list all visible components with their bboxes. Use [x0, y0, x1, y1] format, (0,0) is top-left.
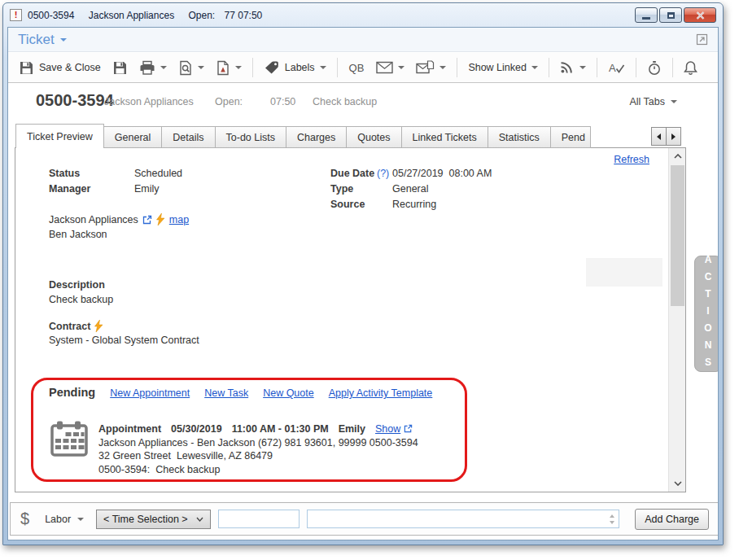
- spinner-down-icon: [610, 521, 614, 524]
- ticket-menu[interactable]: Ticket: [18, 32, 55, 48]
- toolbar-separator: [252, 58, 253, 77]
- toolbar: Save & Close Labels: [8, 53, 718, 83]
- tab-charges[interactable]: Charges: [286, 126, 347, 148]
- description-value: Check backup: [49, 294, 113, 305]
- minimize-icon: [642, 17, 650, 20]
- account-name: Jackson Appliances: [49, 214, 138, 225]
- svg-text:A: A: [609, 62, 616, 74]
- window-title-account: Jackson Appliances: [89, 10, 174, 21]
- pending-section-header: Pending New Appointment New Task New Quo…: [49, 386, 432, 399]
- chevron-down-icon: [531, 66, 538, 69]
- popout-icon[interactable]: [696, 33, 708, 46]
- appointment-line2: Jackson Appliances - Ben Jackson (672) 9…: [98, 436, 418, 450]
- contract-line: Contract: [49, 320, 103, 332]
- tab-details[interactable]: Details: [161, 126, 215, 148]
- actions-label: ACTIONS: [702, 254, 714, 374]
- chevron-down-icon: [235, 66, 242, 69]
- show-linked-button[interactable]: Show Linked: [466, 59, 540, 76]
- print-preview-button[interactable]: [176, 58, 207, 78]
- labels-label: Labels: [285, 62, 315, 73]
- toolbar-separator: [597, 58, 597, 77]
- appointment-kind: Appointment: [98, 423, 161, 435]
- contract-label: Contract: [49, 321, 90, 332]
- window-controls: [635, 7, 716, 23]
- appointment-line1: Appointment05/30/201911:00 AM - 01:30 PM…: [98, 422, 418, 436]
- map-link[interactable]: map: [169, 214, 189, 225]
- rss-feed-button[interactable]: [558, 59, 588, 77]
- apply-activity-template-link[interactable]: Apply Activity Template: [329, 387, 433, 399]
- bell-icon: [684, 60, 697, 76]
- new-quote-link[interactable]: New Quote: [263, 387, 314, 399]
- chevron-down-icon[interactable]: [60, 38, 67, 42]
- time-selection-select[interactable]: < Time Selection >: [96, 510, 211, 529]
- new-task-link[interactable]: New Task: [204, 387, 248, 399]
- actions-side-tab[interactable]: ACTIONS: [694, 256, 719, 372]
- email-template-button[interactable]: [413, 58, 448, 77]
- appointment-date: 05/30/2019: [171, 423, 222, 435]
- spinner-up-icon: [610, 514, 614, 518]
- tab-quotes[interactable]: Quotes: [346, 126, 401, 148]
- window-title-id: 0500-3594: [28, 10, 74, 21]
- print-preview-icon: [178, 60, 193, 76]
- show-appointment-link[interactable]: Show: [375, 423, 400, 435]
- tab-scroll-right-button[interactable]: [666, 127, 681, 146]
- manager-label: Manager: [49, 183, 90, 195]
- refresh-link[interactable]: Refresh: [614, 154, 649, 165]
- window-title: 0500-3594 Jackson Appliances Open: 77 07…: [28, 10, 273, 21]
- spellcheck-button[interactable]: A: [606, 59, 627, 77]
- all-tabs-dropdown[interactable]: All Tabs: [629, 96, 677, 107]
- save-icon: [19, 60, 34, 76]
- save-button[interactable]: [110, 58, 130, 78]
- ticket-menu-row: Ticket: [8, 28, 718, 52]
- ticket-open-value: 07:50: [270, 96, 295, 107]
- charge-description-input[interactable]: [307, 510, 619, 528]
- open-appointment-icon[interactable]: [404, 424, 413, 433]
- status-label: Status: [49, 168, 80, 179]
- charge-quantity-input[interactable]: [218, 510, 300, 528]
- tab-todo-lists[interactable]: To-do Lists: [215, 126, 286, 148]
- tab-statistics[interactable]: Statistics: [488, 126, 551, 148]
- status-value: Scheduled: [134, 168, 182, 179]
- minimize-button[interactable]: [635, 7, 658, 23]
- quickbooks-button[interactable]: QB: [346, 62, 368, 74]
- tab-strip: Ticket Preview General Details To-do Lis…: [15, 124, 591, 148]
- open-account-icon[interactable]: [142, 215, 152, 225]
- timer-button[interactable]: [645, 58, 664, 78]
- maximize-button[interactable]: [659, 7, 682, 23]
- alerts-button[interactable]: [681, 58, 700, 78]
- save-and-close-button[interactable]: Save & Close: [16, 58, 103, 78]
- toolbar-separator: [636, 58, 636, 77]
- manager-value: Emily: [134, 183, 160, 195]
- pdf-button[interactable]: [213, 58, 244, 78]
- quick-action-bolt-icon[interactable]: [156, 213, 165, 225]
- tab-pending[interactable]: Pend: [550, 126, 591, 148]
- tab-linked-tickets[interactable]: Linked Tickets: [401, 126, 488, 148]
- vertical-scrollbar[interactable]: [668, 148, 685, 492]
- spinner-control[interactable]: [607, 511, 618, 527]
- due-date-value: 05/27/2019 08:00 AM: [392, 168, 492, 179]
- scrollbar-thumb[interactable]: [671, 165, 684, 306]
- tab-general[interactable]: General: [103, 126, 162, 148]
- labels-button[interactable]: Labels: [261, 58, 329, 77]
- time-selection-value: < Time Selection >: [103, 514, 188, 525]
- email-button[interactable]: [374, 59, 407, 77]
- tab-scroll-buttons: [652, 127, 681, 146]
- add-charge-button[interactable]: Add Charge: [635, 509, 709, 530]
- scroll-down-button[interactable]: [671, 477, 684, 490]
- window-title-open-label: Open:: [188, 10, 215, 21]
- source-value: Recurring: [392, 199, 436, 210]
- print-button[interactable]: [137, 58, 169, 78]
- chevron-down-icon: [439, 66, 446, 69]
- quick-action-bolt-icon[interactable]: [94, 320, 103, 332]
- charge-category-dropdown[interactable]: Labor: [45, 514, 84, 525]
- new-appointment-link[interactable]: New Appointment: [110, 387, 190, 399]
- scroll-up-button[interactable]: [671, 150, 684, 163]
- close-button[interactable]: [684, 7, 716, 23]
- tab-scroll-left-button[interactable]: [651, 127, 667, 146]
- due-date-help-link[interactable]: (?): [377, 168, 389, 179]
- highlight-block: [586, 258, 662, 287]
- toolbar-separator: [549, 58, 549, 77]
- envelope-icon: [376, 61, 393, 74]
- tab-ticket-preview[interactable]: Ticket Preview: [15, 124, 104, 148]
- all-tabs-label: All Tabs: [629, 96, 665, 107]
